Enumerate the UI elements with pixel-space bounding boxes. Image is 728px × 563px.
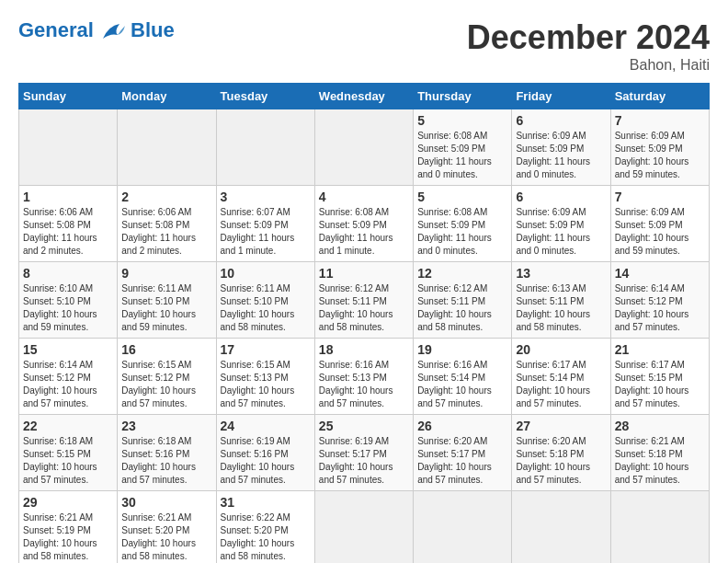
- cell-info: Sunrise: 6:13 AMSunset: 5:11 PMDaylight:…: [516, 282, 606, 334]
- cell-info: Sunrise: 6:15 AMSunset: 5:12 PMDaylight:…: [121, 359, 211, 410]
- calendar-cell: [414, 491, 512, 564]
- logo-bird-icon: [101, 22, 127, 42]
- calendar-cell: 3Sunrise: 6:07 AMSunset: 5:09 PMDaylight…: [216, 186, 314, 262]
- day-number: 24: [221, 419, 311, 433]
- day-number: 15: [23, 342, 113, 357]
- day-number: 26: [417, 419, 507, 433]
- day-number: 21: [615, 342, 705, 357]
- calendar-cell: 19Sunrise: 6:16 AMSunset: 5:14 PMDayligh…: [414, 339, 512, 415]
- cell-info: Sunrise: 6:21 AMSunset: 5:20 PMDaylight:…: [121, 511, 211, 563]
- calendar-cell: 29Sunrise: 6:21 AMSunset: 5:19 PMDayligh…: [19, 491, 118, 564]
- cell-info: Sunrise: 6:14 AMSunset: 5:12 PMDaylight:…: [615, 282, 705, 334]
- day-number: 2: [121, 190, 211, 204]
- calendar-cell: 7Sunrise: 6:09 AMSunset: 5:09 PMDaylight…: [610, 186, 709, 262]
- calendar-cell: [216, 109, 314, 186]
- cell-info: Sunrise: 6:09 AMSunset: 5:09 PMDaylight:…: [615, 206, 705, 258]
- calendar-cell: [314, 109, 413, 186]
- cell-info: Sunrise: 6:12 AMSunset: 5:11 PMDaylight:…: [417, 282, 507, 334]
- cell-info: Sunrise: 6:19 AMSunset: 5:16 PMDaylight:…: [221, 435, 311, 487]
- calendar-cell: 9Sunrise: 6:11 AMSunset: 5:10 PMDaylight…: [118, 262, 216, 339]
- calendar-cell: 11Sunrise: 6:12 AMSunset: 5:11 PMDayligh…: [314, 262, 413, 339]
- cell-info: Sunrise: 6:20 AMSunset: 5:18 PMDaylight:…: [516, 435, 606, 487]
- calendar-cell: 17Sunrise: 6:15 AMSunset: 5:13 PMDayligh…: [216, 339, 314, 415]
- calendar-cell: 8Sunrise: 6:10 AMSunset: 5:10 PMDaylight…: [19, 262, 118, 339]
- week-row-2: 1Sunrise: 6:06 AMSunset: 5:08 PMDaylight…: [19, 186, 710, 262]
- cell-info: Sunrise: 6:21 AMSunset: 5:18 PMDaylight:…: [615, 435, 705, 487]
- day-number: 28: [615, 419, 705, 433]
- cell-info: Sunrise: 6:21 AMSunset: 5:19 PMDaylight:…: [23, 511, 113, 563]
- calendar-cell: 16Sunrise: 6:15 AMSunset: 5:12 PMDayligh…: [118, 339, 216, 415]
- col-header-saturday: Saturday: [610, 84, 709, 109]
- cell-info: Sunrise: 6:16 AMSunset: 5:14 PMDaylight:…: [417, 359, 507, 410]
- cell-info: Sunrise: 6:11 AMSunset: 5:10 PMDaylight:…: [121, 282, 211, 334]
- day-number: 8: [23, 266, 113, 281]
- col-header-thursday: Thursday: [414, 84, 512, 109]
- day-number: 18: [319, 342, 409, 357]
- calendar-cell: 24Sunrise: 6:19 AMSunset: 5:16 PMDayligh…: [216, 415, 314, 491]
- calendar-cell: 7Sunrise: 6:09 AMSunset: 5:09 PMDaylight…: [610, 109, 709, 186]
- day-number: 5: [417, 190, 507, 204]
- cell-info: Sunrise: 6:15 AMSunset: 5:13 PMDaylight:…: [221, 359, 311, 410]
- cell-info: Sunrise: 6:19 AMSunset: 5:17 PMDaylight:…: [319, 435, 409, 487]
- day-number: 14: [615, 266, 705, 281]
- calendar-cell: 26Sunrise: 6:20 AMSunset: 5:17 PMDayligh…: [414, 415, 512, 491]
- calendar-cell: [512, 491, 610, 564]
- calendar-cell: [610, 491, 709, 564]
- day-number: 5: [417, 113, 507, 128]
- calendar-cell: 5Sunrise: 6:08 AMSunset: 5:09 PMDaylight…: [414, 109, 512, 186]
- calendar-cell: 4Sunrise: 6:08 AMSunset: 5:09 PMDaylight…: [314, 186, 413, 262]
- cell-info: Sunrise: 6:09 AMSunset: 5:09 PMDaylight:…: [615, 130, 705, 181]
- calendar-cell: 12Sunrise: 6:12 AMSunset: 5:11 PMDayligh…: [414, 262, 512, 339]
- cell-info: Sunrise: 6:22 AMSunset: 5:20 PMDaylight:…: [221, 511, 311, 563]
- calendar-cell: 5Sunrise: 6:08 AMSunset: 5:09 PMDaylight…: [414, 186, 512, 262]
- week-row-3: 8Sunrise: 6:10 AMSunset: 5:10 PMDaylight…: [19, 262, 710, 339]
- logo-text: General Blue: [18, 18, 175, 42]
- day-number: 3: [221, 190, 311, 204]
- day-number: 10: [221, 266, 311, 281]
- day-number: 20: [516, 342, 606, 357]
- day-number: 23: [121, 419, 211, 433]
- calendar-cell: 14Sunrise: 6:14 AMSunset: 5:12 PMDayligh…: [610, 262, 709, 339]
- day-number: 25: [319, 419, 409, 433]
- day-number: 6: [516, 113, 606, 128]
- day-number: 22: [23, 419, 113, 433]
- calendar-cell: 30Sunrise: 6:21 AMSunset: 5:20 PMDayligh…: [118, 491, 216, 564]
- day-number: 1: [23, 190, 113, 204]
- cell-info: Sunrise: 6:06 AMSunset: 5:08 PMDaylight:…: [23, 206, 113, 258]
- day-number: 6: [516, 190, 606, 204]
- cell-info: Sunrise: 6:18 AMSunset: 5:16 PMDaylight:…: [121, 435, 211, 487]
- day-number: 30: [121, 495, 211, 510]
- cell-info: Sunrise: 6:14 AMSunset: 5:12 PMDaylight:…: [23, 359, 113, 410]
- cell-info: Sunrise: 6:06 AMSunset: 5:08 PMDaylight:…: [121, 206, 211, 258]
- day-number: 16: [121, 342, 211, 357]
- day-number: 29: [23, 495, 113, 510]
- calendar-cell: 31Sunrise: 6:22 AMSunset: 5:20 PMDayligh…: [216, 491, 314, 564]
- day-number: 4: [319, 190, 409, 204]
- location: Bahon, Haiti: [467, 57, 710, 74]
- col-header-monday: Monday: [118, 84, 216, 109]
- cell-info: Sunrise: 6:11 AMSunset: 5:10 PMDaylight:…: [221, 282, 311, 334]
- cell-info: Sunrise: 6:09 AMSunset: 5:09 PMDaylight:…: [516, 206, 606, 258]
- cell-info: Sunrise: 6:09 AMSunset: 5:09 PMDaylight:…: [516, 130, 606, 181]
- week-row-4: 15Sunrise: 6:14 AMSunset: 5:12 PMDayligh…: [19, 339, 710, 415]
- day-number: 13: [516, 266, 606, 281]
- cell-info: Sunrise: 6:17 AMSunset: 5:15 PMDaylight:…: [615, 359, 705, 410]
- calendar-cell: 21Sunrise: 6:17 AMSunset: 5:15 PMDayligh…: [610, 339, 709, 415]
- day-number: 12: [417, 266, 507, 281]
- calendar-cell: 20Sunrise: 6:17 AMSunset: 5:14 PMDayligh…: [512, 339, 610, 415]
- logo-blue: Blue: [131, 18, 175, 42]
- week-row-6: 29Sunrise: 6:21 AMSunset: 5:19 PMDayligh…: [19, 491, 710, 564]
- cell-info: Sunrise: 6:20 AMSunset: 5:17 PMDaylight:…: [417, 435, 507, 487]
- calendar-cell: 18Sunrise: 6:16 AMSunset: 5:13 PMDayligh…: [314, 339, 413, 415]
- cell-info: Sunrise: 6:08 AMSunset: 5:09 PMDaylight:…: [417, 130, 507, 181]
- day-number: 7: [615, 190, 705, 204]
- calendar-cell: 27Sunrise: 6:20 AMSunset: 5:18 PMDayligh…: [512, 415, 610, 491]
- logo-general: General: [18, 18, 94, 41]
- calendar-cell: 23Sunrise: 6:18 AMSunset: 5:16 PMDayligh…: [118, 415, 216, 491]
- calendar-cell: 6Sunrise: 6:09 AMSunset: 5:09 PMDaylight…: [512, 186, 610, 262]
- calendar-cell: [314, 491, 413, 564]
- day-number: 31: [221, 495, 311, 510]
- calendar-cell: [118, 109, 216, 186]
- day-number: 19: [417, 342, 507, 357]
- cell-info: Sunrise: 6:07 AMSunset: 5:09 PMDaylight:…: [221, 206, 311, 258]
